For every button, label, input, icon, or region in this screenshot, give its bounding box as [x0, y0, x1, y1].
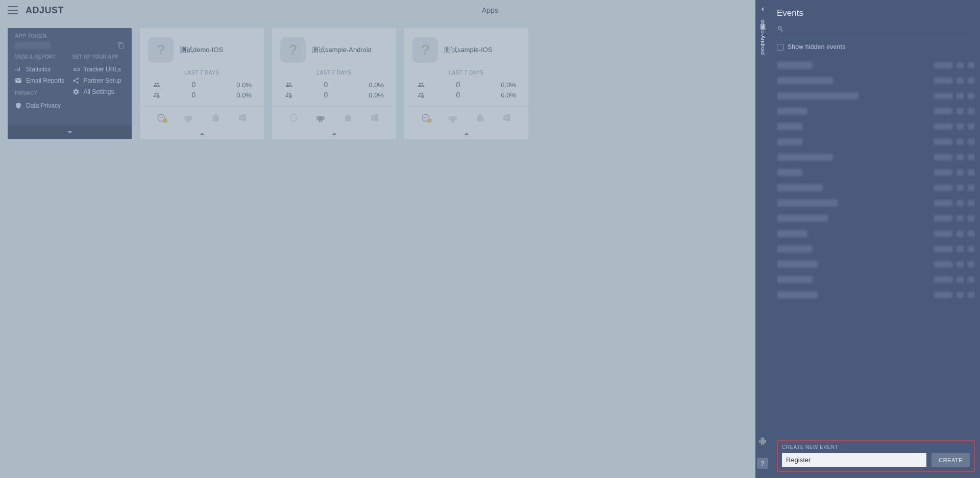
- menu-icon[interactable]: [8, 6, 18, 14]
- event-token-blurred: [934, 93, 952, 99]
- event-row[interactable]: [777, 211, 975, 226]
- events-search[interactable]: [777, 26, 975, 38]
- event-row[interactable]: [777, 119, 975, 134]
- clipboard-icon[interactable]: [117, 42, 125, 49]
- setup-label: SET UP YOUR APP: [72, 54, 125, 60]
- expand-button[interactable]: [404, 129, 528, 139]
- statistics-link[interactable]: Statistics: [15, 64, 67, 75]
- event-row[interactable]: [777, 257, 975, 272]
- view-report-label: VIEW & REPORT: [15, 54, 67, 60]
- app-card[interactable]: ? 测试sample-Android LAST 7 DAYS 00.0% $00…: [272, 28, 396, 139]
- event-row[interactable]: [777, 58, 975, 73]
- create-event-input[interactable]: [782, 453, 926, 467]
- event-name-blurred: [777, 154, 833, 161]
- email-reports-link[interactable]: Email Reports: [15, 75, 67, 86]
- event-row[interactable]: [777, 272, 975, 287]
- store-icon: [338, 112, 357, 124]
- event-token-blurred: [934, 123, 952, 130]
- event-name-blurred: [777, 199, 838, 207]
- event-action-blurred: [968, 108, 975, 114]
- data-privacy-link[interactable]: Data Privacy: [15, 100, 67, 111]
- installs-row: 00.0%: [272, 80, 396, 90]
- store-icon: [206, 112, 225, 124]
- store-icon: [471, 112, 489, 124]
- event-action-blurred: [968, 261, 975, 267]
- event-token-blurred: [934, 185, 952, 191]
- privacy-label: PRIVACY: [15, 90, 67, 96]
- event-row[interactable]: [777, 226, 975, 241]
- windows-icon: [233, 112, 252, 124]
- event-action-blurred: [957, 62, 964, 68]
- event-token-blurred: [934, 200, 952, 206]
- event-action-blurred: [968, 231, 975, 237]
- event-action-blurred: [957, 246, 964, 252]
- create-event-label: CREATE NEW EVENT: [782, 444, 970, 450]
- event-row[interactable]: [777, 180, 975, 195]
- app-card[interactable]: ? 测试sample-IOS LAST 7 DAYS 00.0% $00.0%: [404, 28, 528, 139]
- event-row[interactable]: [777, 88, 975, 104]
- search-icon: [777, 26, 784, 33]
- event-action-blurred: [968, 292, 975, 298]
- event-action-blurred: [957, 93, 964, 99]
- event-action-blurred: [968, 200, 975, 206]
- events-search-input[interactable]: [789, 27, 967, 34]
- event-row[interactable]: [777, 104, 975, 119]
- event-name-blurred: [777, 62, 813, 69]
- event-row[interactable]: [777, 195, 975, 211]
- event-row[interactable]: [777, 165, 975, 180]
- create-button[interactable]: CREATE: [932, 453, 970, 467]
- tracker-urls-link[interactable]: Tracker URLs: [72, 64, 125, 75]
- partner-setup-link[interactable]: Partner Setup: [72, 75, 125, 86]
- app-card[interactable]: ? 测试demo-IOS LAST 7 DAYS 00.0% $00.0%: [140, 28, 264, 139]
- event-row[interactable]: [777, 149, 975, 165]
- event-name-blurred: [777, 291, 818, 298]
- app-name: 测试sample-Android: [312, 45, 372, 55]
- event-action-blurred: [968, 276, 975, 283]
- windows-icon: [498, 112, 516, 124]
- event-action-blurred: [968, 123, 975, 130]
- event-row[interactable]: [777, 134, 975, 149]
- collapse-arrow-icon[interactable]: [761, 7, 765, 11]
- help-button[interactable]: ?: [757, 458, 768, 469]
- events-title: Events: [777, 8, 975, 18]
- svg-point-5: [290, 114, 298, 121]
- event-action-blurred: [968, 185, 975, 191]
- event-name-blurred: [777, 169, 802, 176]
- event-token-blurred: [934, 261, 952, 267]
- event-action-blurred: [957, 169, 964, 175]
- all-settings-link[interactable]: All Settings: [72, 86, 125, 97]
- event-row[interactable]: [777, 241, 975, 257]
- event-token-blurred: [934, 246, 952, 252]
- event-row[interactable]: [777, 73, 975, 88]
- event-action-blurred: [957, 292, 964, 298]
- show-hidden-checkbox[interactable]: Show hidden events: [777, 43, 975, 51]
- event-token-blurred: [934, 139, 952, 145]
- create-event-section: CREATE NEW EVENT CREATE: [777, 440, 975, 472]
- event-action-blurred: [968, 215, 975, 221]
- android-icon: [179, 112, 198, 124]
- event-action-blurred: [957, 276, 964, 283]
- android-icon: [758, 437, 767, 447]
- page-title: Apps: [482, 6, 498, 14]
- event-action-blurred: [957, 215, 964, 221]
- event-action-blurred: [968, 78, 975, 84]
- vertical-tab-label[interactable]: 测试demo-Android: [759, 19, 767, 55]
- expand-button[interactable]: [140, 129, 264, 139]
- svg-text:$: $: [422, 95, 423, 97]
- android-icon: [444, 112, 462, 124]
- period-label: LAST 7 DAYS: [140, 68, 264, 80]
- event-row[interactable]: [777, 287, 975, 303]
- checkbox-icon[interactable]: [777, 44, 783, 51]
- collapse-button[interactable]: [8, 125, 132, 139]
- event-action-blurred: [957, 200, 964, 206]
- event-action-blurred: [957, 78, 964, 84]
- installs-row: 00.0%: [140, 80, 264, 90]
- revenue-row: $00.0%: [272, 90, 396, 100]
- ios-icon: [284, 112, 303, 124]
- event-name-blurred: [777, 77, 833, 84]
- event-token-blurred: [934, 78, 952, 84]
- windows-icon: [365, 112, 384, 124]
- logo: ADJUST: [26, 5, 64, 16]
- app-side-panel: APP TOKEN VIEW & REPORT Statistics Email…: [8, 28, 132, 139]
- expand-button[interactable]: [272, 129, 396, 139]
